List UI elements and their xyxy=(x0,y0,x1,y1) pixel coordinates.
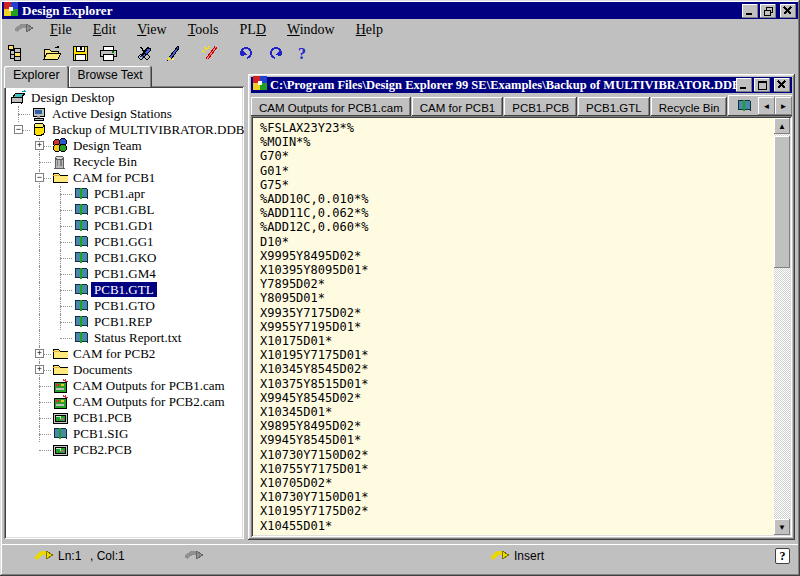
tree-item-pcb1-rep[interactable]: PCB1.REP xyxy=(4,314,244,330)
tree-item-cam-for-pcb1[interactable]: −CAM for PCB1 xyxy=(4,170,244,186)
tree-item-documents[interactable]: +Documents xyxy=(4,362,244,378)
open-document-button[interactable] xyxy=(39,42,65,64)
scroll-up-button[interactable]: ▲ xyxy=(774,118,790,134)
expand-box-icon[interactable]: + xyxy=(35,141,44,150)
menu-view[interactable]: View xyxy=(131,21,173,39)
paste-button[interactable] xyxy=(160,42,186,64)
gerber-line: X10755Y7175D01* xyxy=(260,462,774,476)
gerber-line: Y8095D01* xyxy=(260,291,774,305)
toggle-explorer-button[interactable] xyxy=(2,42,28,64)
gerber-line: X9945Y8545D01* xyxy=(260,433,774,447)
doc-close-button[interactable] xyxy=(774,78,790,92)
expand-box-icon[interactable]: + xyxy=(35,365,44,374)
tree-item-label: CAM Outputs for PCB1.cam xyxy=(70,378,228,393)
collapse-box-icon[interactable]: − xyxy=(35,173,44,182)
tree-item-recycle-bin[interactable]: Recycle Bin xyxy=(4,154,244,170)
explorer-panel: ExplorerBrowse Text Design DesktopActive… xyxy=(4,66,244,539)
collapse-box-icon[interactable]: − xyxy=(14,125,23,134)
doc-tab-pcb1-gtl[interactable]: PCB1.GTL xyxy=(578,97,650,116)
scroll-down-button[interactable]: ▼ xyxy=(774,519,790,535)
doc-tab-pcb1-pcb[interactable]: PCB1.PCB xyxy=(504,97,577,116)
redo-button[interactable] xyxy=(262,42,288,64)
document-book-icon xyxy=(73,250,89,266)
document-titlebar[interactable]: C:\Program Files\Design Explorer 99 SE\E… xyxy=(251,77,792,93)
menu-window[interactable]: Window xyxy=(281,21,341,39)
tree-item-pcb1-gm4[interactable]: PCB1.GM4 xyxy=(4,266,244,282)
tree-item-design-team[interactable]: +Design Team xyxy=(4,138,244,154)
gerber-text-editor[interactable]: %FSLAX23Y23*%%MOIN*%G70*G01*G75*%ADD10C,… xyxy=(253,118,774,535)
tree-item-pcb1-pcb[interactable]: PCB1.PCB xyxy=(4,410,244,426)
tree-item-label: PCB2.PCB xyxy=(70,442,135,457)
yellow-curved-arrow-icon xyxy=(34,549,54,564)
tree-item-cam-for-pcb2[interactable]: +CAM for PCB2 xyxy=(4,346,244,362)
document-window: C:\Program Files\Design Explorer 99 SE\E… xyxy=(248,74,795,540)
tree-item-label: PCB1.GTL xyxy=(91,282,157,297)
tree-guide-line xyxy=(39,330,40,346)
gerber-line: X10455D01* xyxy=(260,519,774,533)
menu-pld[interactable]: PLD xyxy=(234,21,272,39)
menu-help[interactable]: Help xyxy=(350,21,389,39)
doc-tab-cam-for-pcb1[interactable]: CAM for PCB1 xyxy=(412,97,503,116)
design-explorer-window: Design Explorer FileEditViewToolsPLDWind… xyxy=(0,0,800,576)
tree-item-status-report-txt[interactable]: Status Report.txt xyxy=(4,330,244,346)
document-path-title: C:\Program Files\Design Explorer 99 SE\E… xyxy=(270,78,736,93)
tab-browse-text[interactable]: Browse Text xyxy=(69,66,152,87)
menu-edit[interactable]: Edit xyxy=(87,21,122,39)
tree-item-pcb1-gko[interactable]: PCB1.GKO xyxy=(4,250,244,266)
gerber-line: X9955Y7195D01* xyxy=(260,320,774,334)
tree-item-pcb1-sig[interactable]: PCB1.SIG xyxy=(4,426,244,442)
minimize-button[interactable] xyxy=(742,4,758,18)
save-button[interactable] xyxy=(67,42,93,64)
tree-item-cam-outputs-for-pcb1-cam[interactable]: CAM Outputs for PCB1.cam xyxy=(4,378,244,394)
tree-item-label: CAM for PCB2 xyxy=(70,346,158,361)
restore-button[interactable] xyxy=(760,4,776,18)
database-icon xyxy=(31,122,47,138)
tree-item-active-design-stations[interactable]: Active Design Stations xyxy=(4,106,244,122)
doc-minimize-button[interactable] xyxy=(736,78,752,92)
doc-maximize-button[interactable] xyxy=(754,78,770,92)
help-button[interactable]: ? xyxy=(290,42,316,64)
main-titlebar[interactable]: Design Explorer xyxy=(2,2,798,19)
gerber-line: X9935Y7175D02* xyxy=(260,306,774,320)
doc-tab-label: PCB1.PCB xyxy=(512,102,569,114)
undo-button[interactable] xyxy=(234,42,260,64)
doc-tab-recycle-bin[interactable]: Recycle Bin xyxy=(651,97,728,116)
tree-item-backup-of-multivibrator-ddb[interactable]: −Backup of MULTIVIBRATOR.DDB xyxy=(4,122,244,138)
expand-box-icon[interactable]: + xyxy=(35,349,44,358)
scrollbar-thumb[interactable] xyxy=(774,136,790,268)
tree-item-pcb1-gg1[interactable]: PCB1.GG1 xyxy=(4,234,244,250)
app-logo-icon xyxy=(4,2,18,20)
tree-item-pcb1-gbl[interactable]: PCB1.GBL xyxy=(4,202,244,218)
menu-file[interactable]: File xyxy=(44,21,78,39)
gerber-line: %MOIN*% xyxy=(260,135,774,149)
status-help-icon[interactable]: ? xyxy=(775,548,790,564)
tree-item-pcb1-gtl[interactable]: PCB1.GTL xyxy=(4,282,244,298)
gray-curved-arrow-icon xyxy=(14,22,34,38)
tree-item-label: PCB1.PCB xyxy=(70,410,135,425)
tree-item-pcb2-pcb[interactable]: PCB2.PCB xyxy=(4,442,244,458)
tree-item-pcb1-gd1[interactable]: PCB1.GD1 xyxy=(4,218,244,234)
cut-button[interactable] xyxy=(132,42,158,64)
help-icon: ? xyxy=(297,45,309,61)
document-book-icon xyxy=(73,218,89,234)
document-book-icon xyxy=(73,330,89,346)
menu-tools[interactable]: Tools xyxy=(182,21,225,39)
vertical-scrollbar[interactable]: ▲ ▼ xyxy=(774,118,790,535)
print-button[interactable] xyxy=(95,42,121,64)
document-book-icon xyxy=(52,426,68,442)
close-button[interactable] xyxy=(780,4,796,18)
tree-item-cam-outputs-for-pcb2-cam[interactable]: CAM Outputs for PCB2.cam xyxy=(4,394,244,410)
tab-scroll-left-button[interactable]: ◄ xyxy=(758,97,775,115)
tree-item-pcb1-gto[interactable]: PCB1.GTO xyxy=(4,298,244,314)
tree-guide-line xyxy=(60,306,72,307)
gerber-line: X10395Y8095D01* xyxy=(260,263,774,277)
tree-item-pcb1-apr[interactable]: PCB1.apr xyxy=(4,186,244,202)
tab-explorer[interactable]: Explorer xyxy=(4,66,69,88)
tab-scroll-right-button[interactable]: ► xyxy=(775,97,792,115)
doc-tab-cam-outputs-for-pcb1-cam[interactable]: CAM Outputs for PCB1.cam xyxy=(251,97,411,116)
tree-item-design-desktop[interactable]: Design Desktop xyxy=(4,90,244,106)
wizard-button[interactable] xyxy=(197,42,223,64)
tree-item-label: PCB1.GD1 xyxy=(91,218,157,233)
gerber-line: X10375Y8515D01* xyxy=(260,377,774,391)
design-tree: Design DesktopActive Design Stations−Bac… xyxy=(4,86,244,539)
